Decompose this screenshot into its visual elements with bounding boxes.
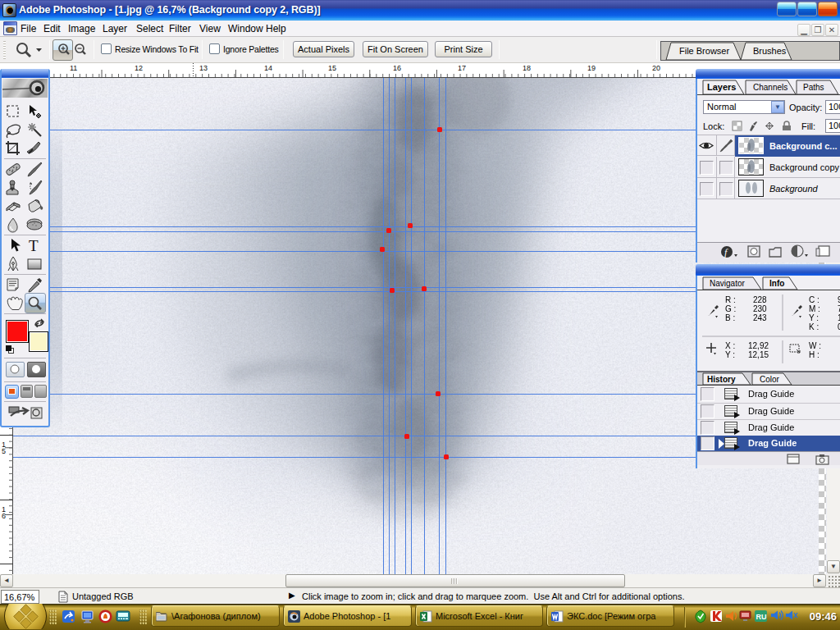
svg-text:230: 230 bbox=[753, 304, 767, 313]
svg-text:History: History bbox=[707, 375, 736, 384]
svg-text:Channels: Channels bbox=[753, 83, 788, 92]
svg-text:Info: Info bbox=[769, 279, 784, 288]
svg-text:C :: C : bbox=[809, 295, 819, 304]
svg-text:Paths: Paths bbox=[803, 83, 824, 92]
svg-text:X :: X : bbox=[725, 341, 735, 350]
svg-text:T: T bbox=[29, 237, 39, 254]
svg-text:Color: Color bbox=[760, 375, 780, 384]
svg-text:243: 243 bbox=[753, 313, 767, 322]
svg-text:R :: R : bbox=[725, 295, 736, 304]
svg-text:Y :: Y : bbox=[725, 350, 735, 359]
svg-text:RU: RU bbox=[756, 613, 767, 621]
svg-text:Layers: Layers bbox=[707, 82, 736, 92]
svg-text:228: 228 bbox=[753, 295, 767, 304]
svg-text:G :: G : bbox=[725, 304, 736, 313]
svg-text:K :: K : bbox=[809, 322, 819, 331]
svg-text:Navigator: Navigator bbox=[710, 279, 745, 288]
svg-text:M :: M : bbox=[809, 304, 820, 313]
svg-text:W :: W : bbox=[809, 341, 821, 350]
svg-text:12,15: 12,15 bbox=[748, 350, 769, 359]
svg-text:Brushes: Brushes bbox=[753, 46, 787, 56]
svg-text:Y :: Y : bbox=[809, 313, 819, 322]
svg-text:H :: H : bbox=[809, 350, 819, 359]
svg-text:File Browser: File Browser bbox=[679, 46, 729, 56]
svg-text:B :: B : bbox=[725, 313, 735, 322]
svg-text:12,92: 12,92 bbox=[748, 341, 769, 350]
